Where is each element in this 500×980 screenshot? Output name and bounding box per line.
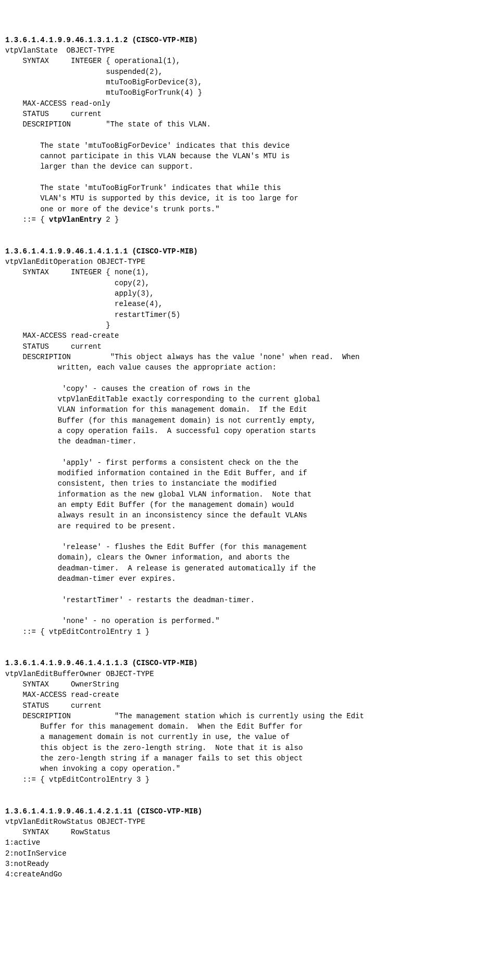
mib-line: release(4),	[5, 300, 162, 308]
mib-line: a management domain is not currently in …	[5, 733, 290, 741]
oid-heading: 1.3.6.1.4.1.9.9.46.1.4.1.1.3 (CISCO-VTP-…	[5, 659, 198, 667]
mib-line: larger than the device can support.	[5, 162, 193, 171]
mib-line: mtuTooBigForDevice(3),	[5, 78, 202, 86]
mib-line: MAX-ACCESS read-create	[5, 332, 119, 340]
oid-heading: 1.3.6.1.4.1.9.9.46.1.4.1.1.1 (CISCO-VTP-…	[5, 247, 198, 256]
mib-line: vtpVlanEditBufferOwner OBJECT-TYPE	[5, 670, 154, 678]
mib-line: modified information contained in the Ed…	[5, 469, 307, 477]
mib-line: 'none' - no operation is performed."	[5, 617, 220, 625]
mib-line: cannot participate in this VLAN because …	[5, 152, 290, 160]
mib-line: SYNTAX INTEGER { none(1),	[5, 268, 149, 276]
mib-line: 'release' - flushes the Edit Buffer (for…	[5, 543, 307, 551]
mib-line: deadman-timer. A release is generated au…	[5, 564, 316, 572]
mib-line: 'copy' - causes the creation of rows in …	[5, 385, 250, 393]
mib-line: DESCRIPTION "The management station whic…	[5, 712, 364, 720]
oid-heading: 1.3.6.1.4.1.9.9.46.1.4.2.1.11 (CISCO-VTP…	[5, 807, 202, 816]
mib-line: MAX-ACCESS read-create	[5, 691, 119, 699]
mib-line: suspended(2),	[5, 68, 162, 76]
mib-line: are required to be present.	[5, 522, 176, 530]
mib-line: vtpVlanEditRowStatus OBJECT-TYPE	[5, 818, 145, 826]
mib-line: SYNTAX OwnerString	[5, 680, 119, 689]
mib-line: The state 'mtuTooBigForDevice' indicates…	[5, 142, 290, 150]
mib-line: The state 'mtuTooBigForTrunk' indicates …	[5, 184, 281, 192]
mib-line: copy(2),	[5, 279, 149, 287]
mib-line: vtpVlanEditOperation OBJECT-TYPE	[5, 258, 145, 266]
mib-line: when invoking a copy operation."	[5, 765, 180, 773]
mib-line: Buffer for this management domain. When …	[5, 722, 303, 731]
mib-line: 2:notInService	[5, 849, 67, 858]
mib-line: 4:createAndGo	[5, 870, 62, 879]
mib-line: SYNTAX RowStatus	[5, 828, 110, 836]
mib-line: STATUS current	[5, 702, 102, 710]
mib-line: STATUS current	[5, 342, 102, 351]
mib-line: 3:notReady	[5, 860, 49, 868]
mib-line: the zero-length string if a manager fail…	[5, 754, 303, 762]
mib-line: DESCRIPTION "The state of this VLAN.	[5, 120, 211, 129]
assign-name: vtpVlanEntry	[49, 215, 102, 224]
oid-heading: 1.3.6.1.4.1.9.9.46.1.3.1.1.2 (CISCO-VTP-…	[5, 36, 198, 44]
assign-line: ::= { vtpVlanEntry 2 }	[5, 215, 119, 224]
mib-line: Buffer (for this management domain) is n…	[5, 416, 316, 425]
mib-line: vtpVlanEditTable exactly corresponding t…	[5, 395, 320, 403]
mib-line: information as the new global VLAN infor…	[5, 490, 311, 499]
mib-line: ::= { vtpEditControlEntry 1 }	[5, 628, 149, 636]
mib-line: STATUS current	[5, 110, 102, 118]
mib-line: }	[5, 321, 110, 329]
mib-line: deadman-timer ever expires.	[5, 575, 176, 583]
mib-line: 1:active	[5, 838, 40, 847]
mib-line: written, each value causes the appropria…	[5, 363, 277, 372]
mib-line: vtpVlanState OBJECT-TYPE	[5, 46, 115, 55]
mib-line: 'apply' - first performs a consistent ch…	[5, 459, 298, 467]
mib-line: DESCRIPTION "This object always has the …	[5, 353, 360, 361]
mib-line: a copy operation fails. A successful cop…	[5, 427, 316, 435]
mib-line: domain), clears the Owner information, a…	[5, 553, 290, 562]
mib-line: an empty Edit Buffer (for the management…	[5, 501, 294, 509]
mib-line: always result in an inconsistency since …	[5, 511, 307, 519]
mib-line: the deadman-timer.	[5, 437, 136, 446]
mib-line: MAX-ACCESS read-only	[5, 99, 110, 108]
mib-line: consistent, then tries to instanciate th…	[5, 479, 277, 488]
mib-line: VLAN's MTU is supported by this device, …	[5, 194, 298, 202]
mib-line: SYNTAX INTEGER { operational(1),	[5, 57, 180, 65]
mib-line: apply(3),	[5, 289, 154, 298]
mib-line: one or more of the device's trunk ports.…	[5, 205, 220, 213]
mib-line: mtuTooBigForTrunk(4) }	[5, 88, 202, 97]
mib-line: 'restartTimer' - restarts the deadman-ti…	[5, 596, 255, 604]
mib-line: VLAN information for this management dom…	[5, 405, 307, 414]
mib-document: 1.3.6.1.4.1.9.9.46.1.3.1.1.2 (CISCO-VTP-…	[5, 35, 495, 880]
mib-line: ::= { vtpEditControlEntry 3 }	[5, 775, 149, 784]
mib-line: restartTimer(5)	[5, 311, 180, 319]
mib-line: this object is the zero-length string. N…	[5, 744, 303, 752]
